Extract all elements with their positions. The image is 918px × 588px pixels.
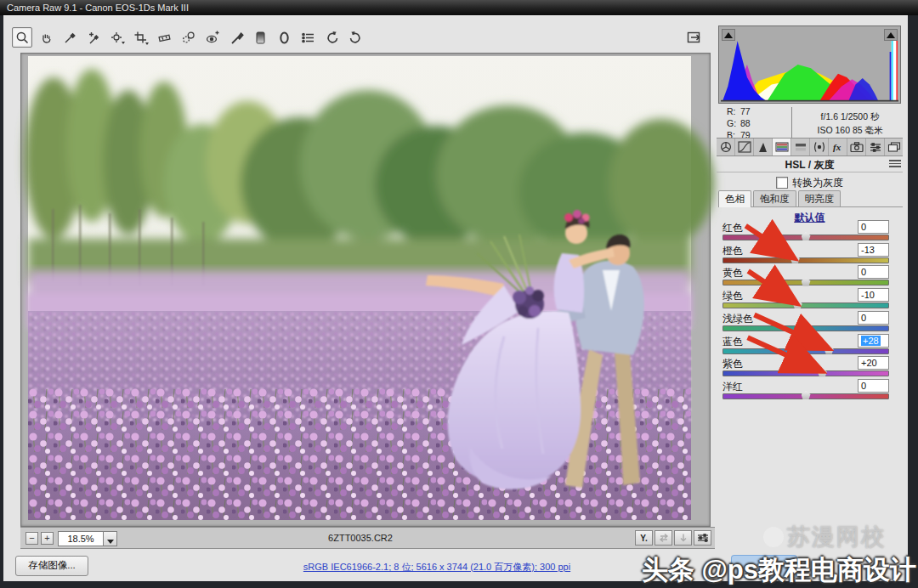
color-sampler-tool-icon[interactable] [83,27,104,48]
hue-sliders: 红色0橙色-13黄色0绿色-10浅绿色0蓝色+28紫色+20洋红0 [721,221,891,406]
slider-thumb[interactable] [802,391,811,399]
tab-snapshots[interactable] [885,139,903,155]
slider-label: 黄色 [722,266,743,280]
zoom-level-dropdown[interactable] [103,531,117,546]
photo-canvas[interactable] [20,53,711,527]
workflow-options-row: sRGB IEC61966-2.1; 8 位; 5616 x 3744 (21.… [258,561,615,574]
adjustment-brush-tool-icon[interactable] [226,27,246,48]
exposure-info: f/1.6 1/2500 秒 [800,110,900,123]
swap-settings-button[interactable] [654,530,672,546]
slider-thumb[interactable] [818,368,827,376]
radial-filter-tool-icon[interactable] [274,27,294,48]
tab-split-toning[interactable] [791,139,810,155]
convert-grayscale-checkbox[interactable] [776,177,788,189]
slider-row-0: 红色0 [721,221,891,243]
cycle-preview-button[interactable]: Y. [635,530,653,546]
red-eye-removal-tool-icon[interactable] [202,27,223,48]
slider-value-field[interactable]: -13 [858,243,889,257]
slider-row-2: 黄色0 [721,266,891,288]
slider-value-field[interactable]: 0 [858,265,889,279]
slider-value-field[interactable]: -10 [858,288,889,302]
tab-effects[interactable]: fx [829,139,847,155]
camera-raw-window: Camera Raw 9.1 - Canon EOS-1Ds Mark III [0,0,918,588]
workflow-options-link[interactable]: sRGB IEC61966-2.1; 8 位; 5616 x 3744 (21.… [303,562,570,572]
tab-camera-calibration[interactable] [847,139,866,155]
slider-track[interactable] [722,257,889,263]
convert-grayscale-label: 转换为灰度 [792,176,843,190]
slider-label: 洋红 [722,380,743,394]
panel-title-divider [717,172,903,172]
tab-presets[interactable] [866,139,885,155]
tab-hsl-grayscale[interactable] [773,139,791,155]
slider-thumb[interactable] [790,255,800,263]
slider-row-4: 浅绿色0 [721,312,891,334]
slider-track[interactable] [722,302,889,308]
subtab-1[interactable]: 饱和度 [753,190,796,206]
slider-label: 红色 [722,221,743,235]
crop-tool-icon[interactable] [131,27,151,48]
watermark-faint: 苏漫网校 [763,522,886,552]
shadow-clipping-toggle[interactable] [722,29,735,41]
slider-track[interactable] [722,348,889,354]
convert-grayscale-row: 转换为灰度 [717,175,903,190]
slider-track[interactable] [722,235,889,240]
preview-preferences-button[interactable] [694,530,711,546]
rotate-cw-icon[interactable] [345,27,366,48]
straighten-tool-icon[interactable] [155,27,175,48]
histogram-plot [719,26,900,103]
panel-menu-icon[interactable] [889,158,901,167]
slider-track[interactable] [722,393,889,399]
tab-detail[interactable] [754,139,773,155]
highlight-clipping-toggle[interactable] [884,29,898,41]
slider-value-field[interactable]: +20 [858,356,889,370]
zoom-out-button[interactable]: − [26,532,38,545]
slider-row-5: 蓝色+28 [721,335,891,357]
save-image-button[interactable]: 存储图像... [15,556,88,576]
slider-value-field[interactable]: 0 [858,379,889,393]
slider-row-6: 紫色+20 [721,357,891,379]
tab-tone-curve[interactable] [735,139,754,155]
window-title: Camera Raw 9.1 - Canon EOS-1Ds Mark III [7,3,189,13]
slider-thumb[interactable] [802,323,811,331]
bottom-strip: − + 18.5% 6ZTT0035.CR2 Y. [20,527,715,549]
subtab-0[interactable]: 色相 [718,190,751,207]
zoom-in-button[interactable]: + [41,532,54,545]
panel-title: HSL / 灰度 [717,158,903,172]
image-info: R:77 G:88 B:79 f/1.6 1/2500 秒 ISO 160 85… [722,105,902,141]
tab-basic[interactable] [717,139,735,155]
zoom-level-field[interactable]: 18.5% [58,531,104,546]
rgb-g: G:88 [727,117,751,129]
chevron-down-icon [107,540,114,544]
title-bar[interactable]: Camera Raw 9.1 - Canon EOS-1Ds Mark III [0,0,918,15]
spot-removal-tool-icon[interactable] [178,27,199,48]
slider-row-1: 橙色-13 [721,244,891,266]
slider-thumb[interactable] [793,300,802,308]
histogram[interactable] [718,25,901,104]
slider-thumb[interactable] [802,277,811,286]
watermark-bold: 头条 @ps教程电商设计 [642,552,916,588]
subtab-2[interactable]: 明亮度 [798,190,842,206]
slider-thumb[interactable] [824,346,834,354]
toggle-fullscreen-icon[interactable] [685,29,706,46]
slider-track[interactable] [722,370,889,376]
hand-tool-icon[interactable] [36,27,56,48]
slider-value-field[interactable]: 0 [858,311,889,325]
slider-track[interactable] [722,280,889,286]
white-balance-tool-icon[interactable] [60,27,80,48]
slider-row-3: 绿色-10 [721,289,891,311]
highlight-clipping-icon [887,32,895,38]
slider-thumb[interactable] [802,232,811,240]
slider-row-7: 洋红0 [721,380,891,402]
copy-settings-button[interactable] [674,530,692,546]
svg-text:fx: fx [833,142,842,152]
tab-lens-corrections[interactable] [810,139,829,155]
slider-track[interactable] [722,325,889,331]
slider-value-field[interactable]: 0 [858,220,889,234]
graduated-filter-tool-icon[interactable] [250,27,270,48]
rotate-ccw-icon[interactable] [321,27,342,48]
slider-value-field[interactable]: +28 [858,334,889,348]
zoom-tool-icon[interactable] [12,27,32,48]
slider-label: 绿色 [722,289,743,303]
preferences-tool-icon[interactable] [298,27,318,48]
targeted-adjustment-tool-icon[interactable] [107,27,128,48]
